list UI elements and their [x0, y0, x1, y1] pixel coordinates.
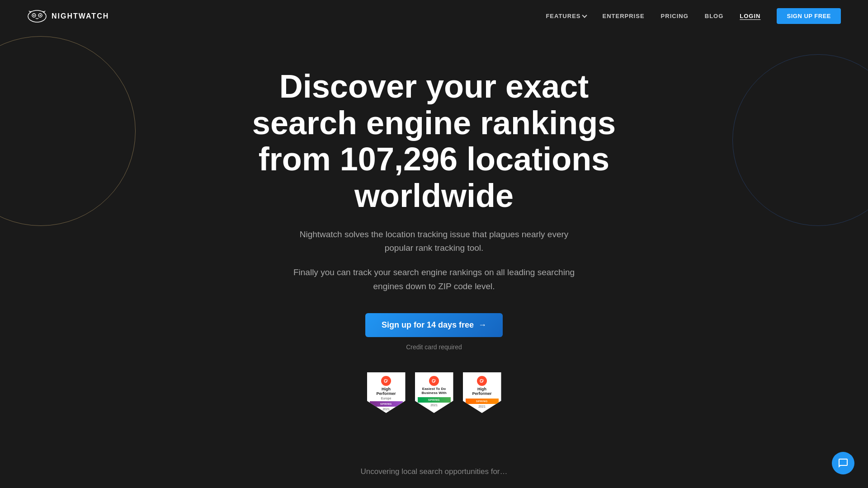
badge-1-title: HighPerformer — [376, 387, 396, 396]
chevron-down-icon — [582, 13, 587, 18]
navbar: NIGHTWATCH FEATURES ENTERPRISE PRICING B… — [0, 0, 868, 32]
badge-easiest-business: G 2 Easiest To DoBusiness With SPRING 20… — [414, 372, 454, 413]
cta-button[interactable]: Sign up for 14 days free → — [365, 313, 503, 337]
nav-link-pricing[interactable]: PRICING — [661, 13, 689, 19]
badge-1-season: SPRING — [370, 401, 403, 407]
g2-logo-2: G 2 — [429, 376, 439, 386]
hero-description: Finally you can track your search engine… — [285, 266, 583, 293]
g2-logo-1: G 2 — [381, 376, 391, 386]
nav-link-features[interactable]: FEATURES — [546, 13, 586, 19]
credit-card-note: Credit card required — [9, 343, 859, 351]
badges-section: G 2 HighPerformer Europe SPRING 2021 G 2 — [9, 372, 859, 413]
logo[interactable]: NIGHTWATCH — [27, 9, 109, 23]
svg-text:2: 2 — [387, 379, 388, 382]
chat-icon — [838, 458, 849, 469]
svg-text:2: 2 — [434, 379, 436, 382]
badge-1-year: 2021 — [382, 408, 390, 411]
badge-2-year: 2021 — [430, 404, 438, 407]
badge-2-season: SPRING — [418, 397, 451, 403]
svg-text:2: 2 — [482, 379, 484, 382]
hero-title: Discover your exact search engine rankin… — [231, 68, 637, 214]
badge-high-performer-spring: G 2 HighPerformer SPRING 2021 — [462, 372, 502, 413]
nav-link-login[interactable]: LOGIN — [740, 13, 760, 19]
signup-button[interactable]: SIGN UP FREE — [777, 8, 841, 24]
svg-point-0 — [28, 10, 46, 22]
badge-1-subtitle: Europe — [381, 397, 392, 400]
nav-link-enterprise[interactable]: ENTERPRISE — [603, 13, 645, 19]
badge-3-season: SPRING — [466, 399, 499, 404]
svg-point-3 — [33, 14, 35, 16]
hero-subtitle: Nightwatch solves the location tracking … — [289, 228, 579, 255]
logos-section: Uncovering local search opportunities fo… — [0, 440, 868, 488]
logos-title: Uncovering local search opportunities fo… — [9, 467, 859, 476]
cta-label: Sign up for 14 days free — [382, 320, 474, 330]
svg-point-4 — [40, 14, 41, 16]
hero-section: Discover your exact search engine rankin… — [0, 32, 868, 440]
cta-arrow-icon: → — [478, 320, 486, 330]
nav-links: FEATURES ENTERPRISE PRICING BLOG LOGIN S… — [546, 8, 841, 24]
badge-2-title: Easiest To DoBusiness With — [421, 387, 446, 395]
badge-3-title: HighPerformer — [472, 387, 491, 396]
badge-high-performer-europe: G 2 HighPerformer Europe SPRING 2021 — [366, 372, 406, 413]
badge-3-year: 2021 — [478, 405, 486, 408]
g2-logo-3: G 2 — [477, 376, 487, 386]
logo-icon — [27, 9, 47, 23]
nav-link-blog[interactable]: BLOG — [705, 13, 724, 19]
logo-text: NIGHTWATCH — [52, 12, 109, 20]
chat-bubble-button[interactable] — [832, 452, 854, 474]
